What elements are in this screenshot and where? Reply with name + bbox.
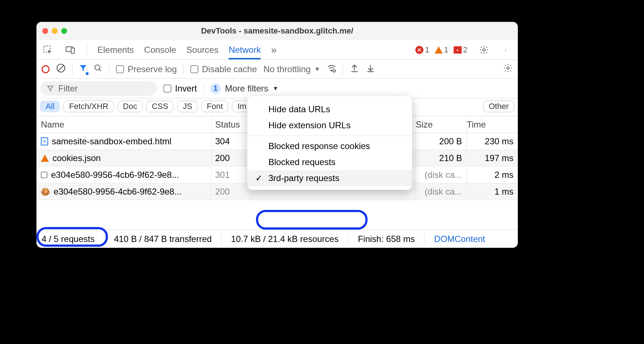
col-header-name[interactable]: Name [36,116,212,133]
issue-count-value: 2 [463,45,468,55]
request-size: (disk ca... [416,167,467,183]
status-requests: 4 / 5 requests [42,234,94,244]
separator [343,64,343,75]
settings-icon[interactable] [478,44,490,56]
menu-label: Hide data URLs [268,104,330,114]
svg-point-11 [331,70,332,71]
clear-button[interactable] [56,63,66,75]
col-header-size[interactable]: Size [416,116,467,133]
disable-cache-label: Disable cache [202,64,257,74]
network-toolbar: Preserve log Disable cache No throttling… [36,60,518,79]
check-icon: ✓ [255,173,263,183]
tab-elements[interactable]: Elements [97,40,134,59]
maximize-window-button[interactable] [61,28,67,34]
svg-point-13 [507,67,509,69]
request-status: 301 [212,167,252,183]
funnel-outline-icon [47,85,54,92]
checkbox-icon [163,85,171,93]
request-time: 1 ms [467,183,518,200]
separator [424,234,424,244]
request-name: samesite-sandbox-embed.html [52,136,171,146]
filter-active-dot [86,72,89,75]
upload-har-icon[interactable] [350,63,359,75]
request-size: 210 B [416,150,467,166]
request-status: 304 [212,133,252,149]
minimize-window-button[interactable] [52,28,58,34]
chip-font[interactable]: Font [201,101,228,112]
network-settings-icon[interactable] [503,63,513,75]
menu-hide-data-urls[interactable]: Hide data URLs [247,101,412,117]
error-count-value: 1 [425,45,429,55]
request-name: e304e580-9956-4cb6-9f62-9e8... [54,187,182,197]
tab-sources[interactable]: Sources [186,40,218,59]
throttling-select[interactable]: No throttling ▼ [263,64,320,74]
warning-count[interactable]: 1 [435,45,449,55]
more-menu-icon[interactable] [500,44,513,56]
more-filters-dropdown[interactable]: 1 More filters ▼ [210,83,279,94]
chip-css[interactable]: CSS [146,101,174,112]
menu-blocked-requests[interactable]: Blocked requests [247,154,412,170]
download-har-icon[interactable] [366,63,375,75]
disable-cache-checkbox[interactable]: Disable cache [190,64,257,74]
issue-icon: ▪ [454,46,462,54]
request-size: 200 B [416,133,467,149]
menu-label: Blocked response cookies [268,141,370,151]
svg-line-10 [99,69,101,71]
svg-line-8 [58,65,63,71]
error-count[interactable]: ✕ 1 [415,45,429,55]
tab-console[interactable]: Console [144,40,176,59]
col-header-status[interactable]: Status [212,116,252,133]
svg-rect-2 [71,48,74,53]
filter-toggle-icon[interactable] [79,64,87,74]
network-conditions-icon[interactable] [327,63,336,75]
menu-label: 3rd-party requests [268,173,340,183]
separator [87,44,87,55]
menu-label: Hide extension URLs [268,120,350,130]
issue-counts: ✕ 1 1 ▪ 2 [415,45,468,55]
svg-point-5 [505,50,506,50]
window-controls [42,28,67,34]
separator [221,234,222,244]
chip-all[interactable]: All [40,101,60,112]
chip-js[interactable]: JS [177,101,198,112]
col-header-time[interactable]: Time [467,116,518,133]
separator [348,234,348,244]
request-status: 200 [212,183,252,200]
more-tabs-icon[interactable]: » [271,44,277,56]
request-name: e304e580-9956-4cb6-9f62-9e8... [51,170,179,180]
svg-point-6 [505,50,506,51]
status-finish: Finish: 658 ms [358,234,415,244]
separator [104,234,104,244]
chip-other[interactable]: Other [483,101,514,112]
request-time: 230 ms [467,133,518,149]
device-toolbar-icon[interactable] [64,44,77,56]
menu-hide-extension-urls[interactable]: Hide extension URLs [247,117,412,133]
request-status: 200 [212,150,252,166]
preserve-log-label: Preserve log [128,64,177,74]
tab-network[interactable]: Network [229,40,261,59]
warning-icon [41,155,49,162]
error-icon: ✕ [415,46,423,54]
devtools-window: DevTools - samesite-sandbox.glitch.me/ E… [36,22,518,248]
menu-blocked-response-cookies[interactable]: Blocked response cookies [247,138,412,154]
svg-point-12 [333,70,335,72]
close-window-button[interactable] [42,28,48,34]
cookie-icon: 🍪 [41,187,50,196]
status-resources: 10.7 kB / 21.4 kB resources [231,234,339,244]
chip-fetch-xhr[interactable]: Fetch/XHR [63,101,114,112]
search-icon[interactable] [94,64,102,75]
warning-icon [435,46,443,54]
status-bar: 4 / 5 requests 410 B / 847 B transferred… [36,230,518,248]
checkbox-icon [116,65,124,73]
issue-count[interactable]: ▪ 2 [454,45,468,55]
throttling-value: No throttling [263,64,310,74]
invert-checkbox[interactable]: Invert [163,83,197,94]
inspect-element-icon[interactable] [42,44,54,56]
window-title: DevTools - samesite-sandbox.glitch.me/ [36,26,518,36]
chip-doc[interactable]: Doc [117,101,143,112]
filter-input[interactable]: Filter [40,81,157,96]
preserve-log-checkbox[interactable]: Preserve log [116,64,177,74]
record-button[interactable] [42,65,50,73]
menu-label: Blocked requests [268,157,335,167]
menu-3rd-party-requests[interactable]: ✓ 3rd-party requests [247,170,412,186]
